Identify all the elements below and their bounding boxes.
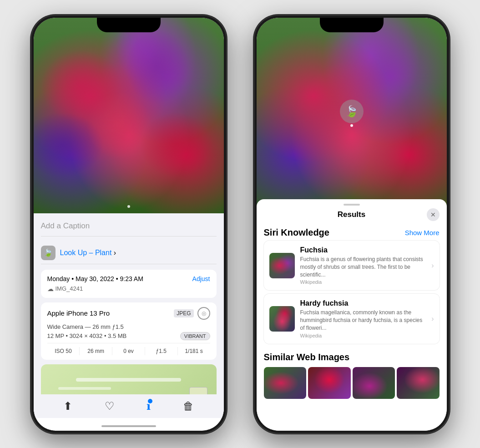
info-button[interactable]: ℹ [147, 400, 151, 413]
shutter-value: 1/181 s [178, 347, 210, 355]
device-name: Apple iPhone 13 Pro [47, 309, 110, 317]
visual-intelligence-icon[interactable]: 🍃 [340, 100, 364, 123]
iso-value: ISO 50 [47, 347, 80, 355]
similar-image-4[interactable] [397, 367, 440, 399]
share-button[interactable]: ⬆ [63, 400, 72, 413]
location-row: ☁ IMG_4241 [47, 285, 210, 292]
hardy-chevron-icon: › [431, 315, 434, 323]
hardy-name: Hardy fuchsia [300, 299, 426, 307]
resolution-text: 12 MP • 3024 × 4032 • 3.5 MB [47, 332, 127, 339]
camera-spec: Wide Camera — 26 mm ƒ1.5 [47, 323, 210, 330]
exif-row: ISO 50 26 mm 0 ev ƒ1.5 1/181 s [47, 343, 210, 355]
cloud-icon: ☁ [47, 285, 54, 292]
similar-title: Similar Web Images [264, 352, 440, 362]
show-more-button[interactable]: Show More [405, 229, 440, 237]
sheet-header: Results ✕ [257, 206, 447, 223]
results-sheet[interactable]: Results ✕ Siri Knowledge Show More Fuch [257, 199, 447, 430]
phone-1-screen: Add a Caption 🍃 Look Up – Plant › Monday… [34, 18, 224, 431]
hardy-desc: Fuchsia magellanica, commonly known as t… [300, 309, 426, 332]
delete-button[interactable]: 🗑 [183, 400, 194, 413]
result-hardy-fuchsia[interactable]: Hardy fuchsia Fuchsia magellanica, commo… [264, 294, 440, 343]
fuchsia-name: Fuchsia [300, 246, 426, 254]
date-text: Monday • May 30, 2022 • 9:23 AM [47, 275, 143, 282]
phone-2: 🍃 Results ✕ Siri Knowledge Show More [254, 15, 450, 433]
focal-value: 26 mm [80, 347, 112, 355]
vibrant-badge: VIBRANT [180, 332, 210, 340]
lookup-text: Look Up – Plant › [60, 249, 116, 257]
hardy-thumb-image [269, 306, 295, 332]
hardy-source: Wikipedia [300, 333, 426, 338]
hardy-thumbnail [269, 306, 295, 332]
ev-value: 0 ev [112, 347, 145, 355]
filename-text: IMG_4241 [56, 285, 83, 292]
badge-row: JPEG ◎ [174, 307, 210, 320]
siri-knowledge-header: Siri Knowledge Show More [257, 223, 447, 241]
result-fuchsia[interactable]: Fuchsia Fuchsia is a genus of flowering … [264, 241, 440, 290]
phone-1: Add a Caption 🍃 Look Up – Plant › Monday… [31, 15, 227, 433]
page-indicator-1 [127, 205, 130, 208]
aperture-value: ƒ1.5 [145, 347, 178, 355]
flower-overlay-1 [34, 18, 224, 213]
info-badge [147, 398, 153, 404]
notch-2 [320, 18, 384, 32]
home-indicator-1 [101, 425, 156, 427]
fuchsia-desc: Fuchsia is a genus of flowering plants t… [300, 256, 426, 278]
date-row: Monday • May 30, 2022 • 9:23 AM Adjust [47, 275, 210, 282]
fuchsia-chevron-icon: › [431, 262, 434, 270]
camera-settings-icon[interactable]: ◎ [197, 307, 210, 320]
lookup-row[interactable]: 🍃 Look Up – Plant › [41, 242, 217, 264]
vi-dot [350, 124, 353, 127]
fuchsia-content: Fuchsia Fuchsia is a genus of flowering … [300, 246, 426, 285]
sheet-title: Results [338, 210, 365, 219]
bottom-toolbar: ⬆ ♡ ℹ 🗑 [34, 394, 224, 418]
photo-area-1[interactable] [34, 18, 224, 213]
visual-lookup-icon: 🍃 [41, 246, 56, 260]
caption-field[interactable]: Add a Caption [41, 220, 217, 237]
phone-2-screen: 🍃 Results ✕ Siri Knowledge Show More [257, 18, 447, 431]
meta-section: Monday • May 30, 2022 • 9:23 AM Adjust ☁… [41, 270, 217, 298]
close-button[interactable]: ✕ [427, 208, 440, 221]
similar-image-1[interactable] [264, 367, 307, 399]
phones-container: Add a Caption 🍃 Look Up – Plant › Monday… [31, 15, 450, 433]
fuchsia-thumbnail [269, 253, 295, 278]
siri-knowledge-title: Siri Knowledge [264, 227, 329, 238]
phone-2-inner: 🍃 Results ✕ Siri Knowledge Show More [257, 18, 447, 431]
similar-section: Similar Web Images [257, 347, 447, 402]
fuchsia-source: Wikipedia [300, 279, 426, 285]
adjust-button[interactable]: Adjust [192, 275, 210, 282]
like-button[interactable]: ♡ [105, 400, 115, 413]
mp-row: 12 MP • 3024 × 4032 • 3.5 MB VIBRANT [47, 332, 210, 340]
device-section: Apple iPhone 13 Pro JPEG ◎ Wide Camera —… [41, 302, 217, 360]
photo-area-2[interactable]: 🍃 [257, 18, 447, 213]
device-header: Apple iPhone 13 Pro JPEG ◎ [47, 307, 210, 320]
similar-image-2[interactable] [308, 367, 351, 399]
hardy-content: Hardy fuchsia Fuchsia magellanica, commo… [300, 299, 426, 338]
fuchsia-thumb-image [269, 253, 295, 278]
format-badge: JPEG [174, 309, 193, 317]
info-area: Add a Caption 🍃 Look Up – Plant › Monday… [34, 213, 224, 412]
phone-1-inner: Add a Caption 🍃 Look Up – Plant › Monday… [34, 18, 224, 431]
notch-1 [97, 18, 161, 32]
similar-grid [264, 367, 440, 399]
similar-image-3[interactable] [353, 367, 395, 399]
